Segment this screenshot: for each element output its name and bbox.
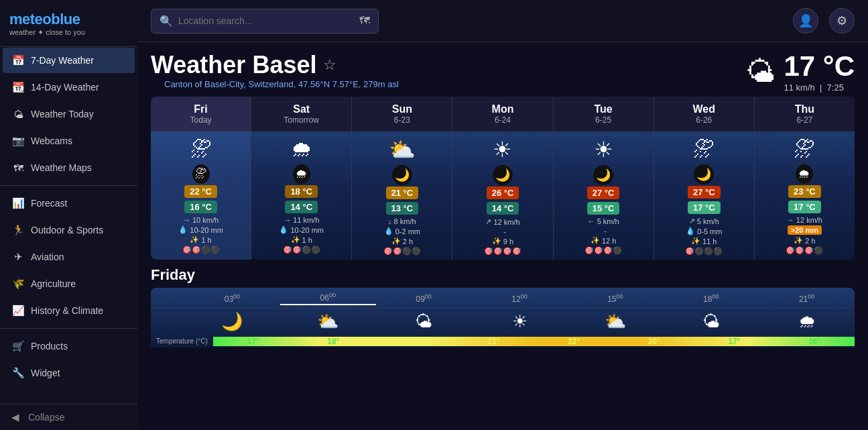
sidebar-item-maps[interactable]: 🗺 Weather Maps [3, 155, 135, 180]
time-18: 1800 [663, 293, 759, 304]
forecast-cell-0[interactable]: ⛈ ⛈ 22 °C 16 °C →10 km/h 💧10-20 mm ✨1 h … [151, 131, 251, 260]
night-icon-2: 🌙 [392, 165, 412, 185]
uv-detail-6: 🎯🎯🎯⚫ [757, 246, 852, 255]
time-15: 1500 [567, 293, 663, 304]
logo: meteoblue weather ✦ close to you [0, 0, 137, 47]
divider-2 [0, 328, 137, 329]
sidebar-item-products[interactable]: 🛒 Products [3, 333, 135, 359]
search-input[interactable] [178, 15, 354, 26]
night-icon-3: 🌙 [493, 165, 513, 185]
rain-detail-5: 💧0-5 mm [657, 227, 751, 235]
wind-detail-2: ↓8 km/h [355, 217, 449, 225]
current-meta: 11 km/h | 7:25 [784, 83, 855, 93]
tab-thu[interactable]: Thu 6-27 [755, 97, 855, 131]
hourly-icon-3: ☀ [472, 311, 568, 332]
day-icon-1: 🌧 [254, 137, 349, 162]
widget-icon: 🔧 [12, 367, 24, 379]
location-subtitle: Canton of Basel-City, Switzerland, 47.56… [151, 79, 399, 92]
sidebar-label-outdoor: Outdoor & Sports [31, 225, 103, 235]
tab-wed[interactable]: Wed 6-26 [654, 97, 755, 131]
sunrise-time: 7:25 [827, 83, 844, 93]
forecast-cell-2[interactable]: ⛅ 🌙 21 °C 13 °C ↓8 km/h 💧0-2 mm ✨2 h 🎯🎯⚫… [352, 131, 452, 260]
uv-detail-3: 🎯🎯🎯🎯 [455, 247, 550, 256]
sidebar-item-today[interactable]: 🌤 Weather Today [3, 101, 135, 127]
tab-mon-sub: 6-24 [456, 115, 548, 125]
hourly-temp-4: 22° [534, 337, 614, 346]
hourly-temp-1: 18° [293, 337, 373, 346]
forecast-cell-3[interactable]: ☀ 🌙 26 °C 14 °C ↗12 km/h - ✨9 h 🎯🎯🎯🎯 [452, 131, 553, 260]
tab-sun[interactable]: Sun 6-23 [352, 97, 452, 131]
sidebar-item-14day[interactable]: 📆 14-Day Weather [3, 74, 135, 100]
temp-low-5: 17 °C [688, 201, 721, 214]
wind-detail-4: ←5 km/h [556, 217, 651, 225]
sun-icon: 🌤 [12, 108, 24, 120]
collapse-icon: ◀ [9, 411, 21, 423]
sidebar-item-outdoor[interactable]: 🏃 Outdoor & Sports [3, 217, 135, 243]
hourly-section: Friday 0300 0600 0900 1200 1500 1800 210… [151, 266, 855, 347]
rain-badge-6: >20 mm [788, 225, 822, 235]
sidebar-label-forecast: Forecast [31, 198, 67, 209]
history-icon: 📈 [12, 305, 24, 317]
temp-high-2: 21 °C [386, 186, 419, 199]
hourly-title: Friday [151, 266, 855, 284]
plane-icon: ✈ [12, 251, 24, 263]
tab-sat-name: Sat [255, 103, 347, 115]
sidebar-item-agriculture[interactable]: 🌾 Agriculture [3, 271, 135, 297]
night-icon-1: 🌧 [293, 164, 310, 184]
hourly-temp-6: 17° [694, 337, 775, 346]
chart-icon: 📊 [12, 197, 24, 209]
sidebar-label-widget: Widget [31, 368, 60, 378]
uv-detail-2: 🎯🎯⚫⚫ [355, 247, 449, 256]
logo-title: meteoblue [9, 11, 128, 28]
tab-mon[interactable]: Mon 6-24 [452, 97, 553, 131]
uv-detail-0: 🎯🎯⚫⚫ [153, 246, 248, 254]
tab-mon-name: Mon [456, 103, 548, 115]
weather-header: Weather Basel ☆ Canton of Basel-City, Sw… [137, 42, 868, 97]
tab-sat[interactable]: Sat Tomorrow [251, 97, 352, 131]
day-icon-0: ⛈ [153, 137, 248, 162]
logo-subtitle: weather ✦ close to you [9, 28, 128, 37]
settings-button[interactable]: ⚙ [829, 8, 855, 34]
sidebar-item-history[interactable]: 📈 History & Climate [3, 298, 135, 323]
sidebar-item-webcams[interactable]: 📷 Webcams [3, 128, 135, 154]
rain-detail-0: 💧10-20 mm [153, 225, 248, 234]
sidebar-collapse[interactable]: ◀ Collapse [0, 404, 137, 430]
temp-high-3: 26 °C [487, 186, 519, 199]
temp-low-2: 13 °C [386, 202, 419, 215]
sun-detail-6: ✨2 h [757, 236, 852, 245]
forecast-cell-5[interactable]: ⛈ 🌙 27 °C 17 °C ↗5 km/h 💧0-5 mm ✨11 h 🎯⚫… [654, 131, 755, 260]
wind-speed: 11 km/h [784, 83, 814, 93]
calendar-icon: 📅 [12, 54, 24, 66]
hourly-timeline: 0300 0600 0900 1200 1500 1800 2100 🌙 ⛅ 🌤… [151, 288, 855, 347]
sidebar-item-aviation[interactable]: ✈ Aviation [3, 244, 135, 270]
sidebar-item-widget[interactable]: 🔧 Widget [3, 360, 135, 386]
sidebar-label-14day: 14-Day Weather [31, 82, 99, 93]
forecast-cell-6[interactable]: ⛈ 🌧 23 °C 17 °C →12 km/h >20 mm ✨2 h 🎯🎯🎯… [755, 131, 855, 260]
hourly-icon-4: ⛅ [567, 311, 663, 332]
forecast-cell-1[interactable]: 🌧 🌧 18 °C 14 °C →11 km/h 💧10-20 mm ✨1 h … [251, 131, 352, 260]
user-button[interactable]: 👤 [793, 8, 818, 34]
forecast-icons-row: ⛈ ⛈ 22 °C 16 °C →10 km/h 💧10-20 mm ✨1 h … [151, 131, 855, 260]
search-bar[interactable]: 🔍 🗺 [151, 9, 379, 34]
hourly-icon-5: 🌤 [663, 311, 759, 332]
sidebar-item-7day[interactable]: 📅 7-Day Weather [3, 48, 135, 73]
sidebar-item-forecast[interactable]: 📊 Forecast [3, 191, 135, 216]
rain-detail-1: 💧10-20 mm [254, 225, 349, 234]
hourly-temp-bar: 17° 18° 19° 21° 22° 20° 17° 16° [213, 337, 855, 346]
tab-tue[interactable]: Tue 6-25 [554, 97, 654, 131]
favorite-star-icon[interactable]: ☆ [323, 56, 336, 74]
sidebar-label-maps: Weather Maps [31, 162, 92, 173]
day-icon-2: ⛅ [355, 137, 449, 162]
forecast-cell-4[interactable]: ☀ 🌙 27 °C 15 °C ←5 km/h - ✨12 h 🎯🎯🎯⚫ [554, 131, 654, 260]
hourly-temp-2: 19° [373, 337, 454, 346]
wind-detail-0: →10 km/h [153, 216, 248, 224]
tab-fri[interactable]: Fri Today [151, 97, 251, 131]
night-icon-6: 🌧 [796, 164, 813, 184]
sidebar-label-collapse: Collapse [28, 412, 64, 423]
current-weather: 🌤 17 °C 11 km/h | 7:25 [746, 50, 855, 93]
products-icon: 🛒 [12, 340, 24, 352]
uv-detail-5: 🎯⚫⚫⚫ [657, 247, 751, 256]
tab-sun-sub: 6-23 [356, 115, 448, 125]
sidebar-label-history: History & Climate [31, 305, 103, 316]
forecast-table: ⛈ ⛈ 22 °C 16 °C →10 km/h 💧10-20 mm ✨1 h … [151, 131, 855, 260]
